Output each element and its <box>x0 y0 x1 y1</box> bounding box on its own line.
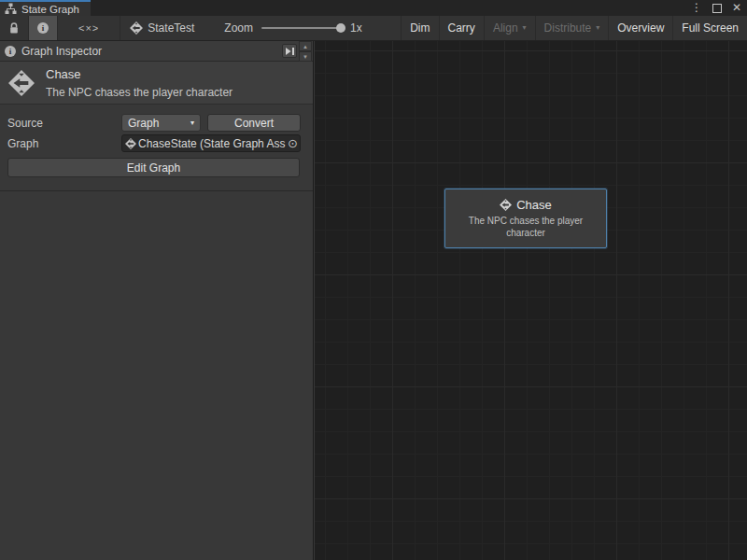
zoom-value: 1x <box>350 21 362 35</box>
fullscreen-label: Full Screen <box>682 21 739 35</box>
state-machine-icon <box>500 199 512 211</box>
convert-button[interactable]: Convert <box>207 114 301 132</box>
chevron-down-icon: ▾ <box>596 24 599 32</box>
edit-graph-button[interactable]: Edit Graph <box>7 158 300 177</box>
convert-label: Convert <box>234 117 274 130</box>
title-bar: State Graph ⋮ ✕ <box>0 0 747 16</box>
graph-object-value: ChaseState (State Graph Ass <box>138 137 288 150</box>
chevron-down-icon: ▾ <box>523 24 527 32</box>
source-dropdown[interactable]: Graph ▾ <box>121 114 201 132</box>
tab-state-graph[interactable]: State Graph <box>0 0 91 16</box>
info-icon: i <box>37 22 49 34</box>
zoom-label: Zoom <box>224 21 253 35</box>
node-description: The NPC chases the player character <box>455 215 597 239</box>
state-title: Chase <box>46 67 233 81</box>
window-controls: ⋮ ✕ <box>691 0 741 16</box>
zoom-control: Zoom 1x <box>204 16 361 40</box>
code-view-button[interactable]: <×> <box>58 16 120 40</box>
chevron-down-icon: ▾ <box>190 119 194 127</box>
graph-label: Graph <box>7 137 38 150</box>
state-description: The NPC chases the player character <box>46 86 233 99</box>
carry-label: Carry <box>448 21 475 35</box>
scroll-up-button[interactable]: ▲ <box>299 41 312 51</box>
kebab-menu-icon[interactable]: ⋮ <box>691 0 702 16</box>
toolbar-right-group: Dim Carry Align ▾ Distribute ▾ Overview … <box>401 16 747 40</box>
node-title-row: Chase <box>500 198 552 212</box>
graph-breadcrumb[interactable]: StateTest <box>120 16 204 40</box>
source-label: Source <box>7 117 43 130</box>
state-summary-header: Chase The NPC chases the player characte… <box>0 62 313 105</box>
zoom-slider[interactable] <box>261 27 342 29</box>
arrow-up-icon: ▲ <box>303 44 308 49</box>
breadcrumb-label: StateTest <box>148 21 194 35</box>
object-picker-icon[interactable]: ⊙ <box>288 137 298 149</box>
state-node-chase[interactable]: Chase The NPC chases the player characte… <box>444 189 607 248</box>
scroll-down-button[interactable]: ▼ <box>299 51 312 62</box>
close-icon[interactable]: ✕ <box>732 0 741 16</box>
distribute-label: Distribute <box>544 21 592 35</box>
align-button[interactable]: Align ▾ <box>484 16 535 40</box>
state-machine-icon <box>125 138 136 149</box>
inspector-title: Graph Inspector <box>21 45 102 58</box>
toolbar: i <×> StateTest Zoom 1x Dim Carry Align … <box>0 16 747 41</box>
dim-label: Dim <box>410 21 430 35</box>
dock-panel-button[interactable] <box>282 44 297 58</box>
dock-icon <box>285 47 295 56</box>
tab-label: State Graph <box>21 4 79 15</box>
code-icon: <×> <box>78 22 99 34</box>
panel-scroll-spinner: ▲ ▼ <box>299 41 312 62</box>
dim-button[interactable]: Dim <box>401 16 438 40</box>
maximize-icon[interactable] <box>712 4 722 13</box>
fullscreen-button[interactable]: Full Screen <box>672 16 747 40</box>
zoom-slider-handle[interactable] <box>336 23 345 33</box>
info-icon: i <box>5 46 16 57</box>
graph-canvas[interactable]: Chase The NPC chases the player characte… <box>315 41 747 560</box>
arrow-down-icon: ▼ <box>303 54 308 60</box>
state-machine-icon <box>8 70 35 96</box>
state-machine-icon <box>130 21 143 35</box>
graph-object-field[interactable]: ChaseState (State Graph Ass ⊙ <box>121 134 301 152</box>
node-title: Chase <box>516 198 552 212</box>
inspector-toggle-button[interactable]: i <box>29 16 58 40</box>
state-summary-text: Chase The NPC chases the player characte… <box>46 67 233 99</box>
inspector-header: i Graph Inspector ▲ ▼ <box>0 41 313 62</box>
graph-inspector-panel: i Graph Inspector ▲ ▼ Chase The NPC chas… <box>0 41 314 560</box>
source-dropdown-value: Graph <box>128 117 159 130</box>
carry-button[interactable]: Carry <box>439 16 484 40</box>
align-label: Align <box>493 21 518 35</box>
inspector-empty-area <box>0 190 313 560</box>
graph-hierarchy-icon <box>5 3 17 15</box>
overview-label: Overview <box>617 21 664 35</box>
lock-icon <box>8 22 20 35</box>
overview-button[interactable]: Overview <box>608 16 672 40</box>
lock-button[interactable] <box>0 16 29 40</box>
edit-graph-label: Edit Graph <box>127 161 180 175</box>
distribute-button[interactable]: Distribute ▾ <box>535 16 609 40</box>
